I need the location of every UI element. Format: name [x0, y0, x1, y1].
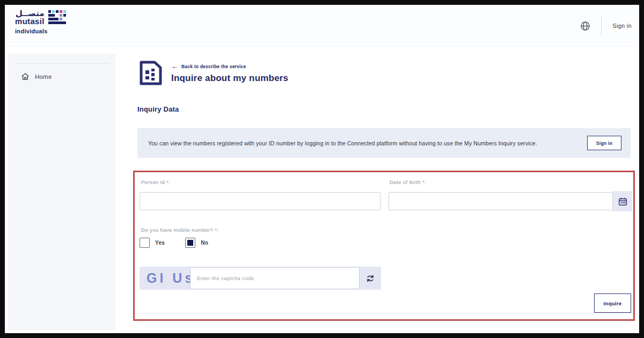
form-divider — [135, 313, 633, 313]
captcha-input[interactable] — [190, 267, 360, 289]
info-banner: You can view the numbers registered with… — [137, 128, 631, 158]
refresh-captcha-icon — [365, 274, 375, 283]
logo-mark-icon — [48, 10, 66, 24]
person-id-label: Person Id *: — [141, 179, 170, 185]
banner-sign-in-button[interactable]: Sign in — [587, 136, 621, 150]
brand-logo[interactable]: متصــل mutasil individuals — [15, 9, 66, 34]
sidebar-item-home[interactable]: Home — [8, 72, 115, 80]
back-arrow-icon: ← — [171, 64, 178, 69]
logo-subtitle: individuals — [15, 28, 66, 34]
logo-latin-text: mutasil — [15, 17, 45, 26]
no-checkbox[interactable] — [185, 238, 195, 248]
yes-checkbox[interactable] — [140, 238, 150, 248]
calendar-icon — [618, 197, 627, 206]
option-yes[interactable]: Yes — [140, 238, 165, 248]
section-title: Inquiry Data — [137, 105, 179, 113]
header-sign-in-link[interactable]: Sign in — [612, 23, 632, 29]
option-no[interactable]: No — [185, 238, 208, 248]
sidebar-divider — [14, 63, 109, 64]
person-id-input[interactable] — [140, 192, 380, 210]
captcha-area: GI Us N — [140, 267, 381, 290]
date-of-birth-label: Date of Birth *: — [390, 179, 426, 185]
page-title: Inquire about my numbers — [171, 73, 288, 84]
sim-card-icon — [138, 60, 163, 88]
sidebar-item-label: Home — [35, 74, 52, 80]
logo-arabic-text: متصــل — [16, 9, 45, 17]
top-header: متصــل mutasil individuals — [5, 5, 639, 47]
globe-icon[interactable] — [580, 21, 590, 31]
back-to-service-link[interactable]: ← Back to describe the service — [171, 64, 246, 69]
inquire-button[interactable]: Inquire — [594, 293, 631, 313]
sidebar: Home — [8, 54, 115, 330]
header-divider — [601, 16, 602, 36]
info-banner-text: You can view the numbers registered with… — [148, 128, 602, 158]
date-of-birth-input[interactable] — [389, 192, 613, 210]
no-label: No — [201, 240, 208, 246]
home-icon — [21, 72, 30, 80]
inquiry-form: Person Id *: Date of Birth *: Do you hav… — [133, 171, 635, 321]
mobile-question-options: Yes No — [140, 238, 208, 248]
refresh-captcha-button[interactable] — [360, 267, 381, 290]
date-picker-button[interactable] — [613, 191, 632, 211]
back-link-label: Back to describe the service — [181, 64, 246, 69]
mobile-question-label: Do you have mobile number? *: — [141, 227, 219, 233]
app-window: متصــل mutasil individuals — [0, 0, 644, 338]
yes-label: Yes — [155, 240, 165, 246]
